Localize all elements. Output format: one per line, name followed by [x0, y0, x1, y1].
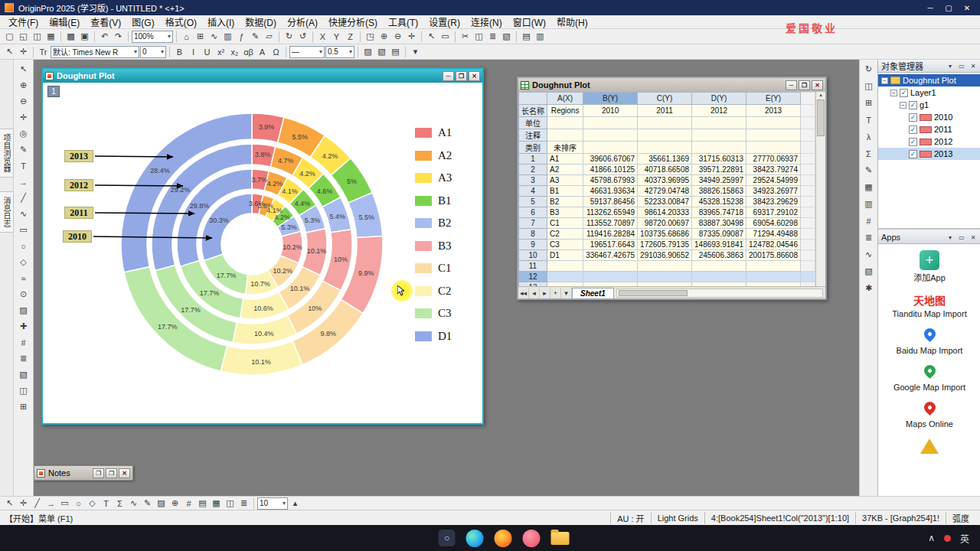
meta-cell[interactable] [746, 142, 801, 154]
curve-icon[interactable]: ∿ [127, 497, 140, 510]
select-region-icon[interactable]: ▭ [439, 31, 452, 43]
row-header-8[interactable]: 8 [519, 229, 547, 240]
app-baidu-map[interactable]: Baidu Map Import [878, 328, 980, 356]
wave-icon[interactable]: ∿ [862, 248, 876, 261]
pointer-icon[interactable]: ↖ [425, 31, 438, 43]
font-style-icon[interactable]: Tr [37, 46, 50, 58]
tree-node-2011[interactable]: ✓2011 [878, 123, 980, 135]
cell[interactable]: 38423.79274 [746, 165, 801, 175]
checkbox-checked-icon[interactable]: ✓ [909, 138, 917, 146]
new-workbook-icon[interactable]: ⊞ [194, 31, 207, 43]
gear-icon[interactable]: ✱ [862, 282, 876, 295]
filler-cell[interactable] [801, 240, 815, 250]
cell[interactable]: 34923.26977 [746, 186, 801, 197]
pencil-icon[interactable]: ✎ [862, 164, 876, 177]
tab-project-explorer[interactable]: 项目浏览器 [0, 129, 14, 178]
menu-item-6[interactable]: 数据(D) [240, 15, 282, 29]
meta-cell[interactable] [583, 142, 638, 154]
close-window-button[interactable]: ✕ [959, 2, 975, 14]
row-header-单位[interactable]: 单位 [519, 117, 547, 129]
graph-maximize-button[interactable]: ❒ [456, 71, 467, 81]
app-tianditu[interactable]: 天地图 Tianditu Map Import [878, 292, 980, 319]
meta-cell[interactable] [583, 129, 638, 142]
taskbar-start-icon[interactable] [411, 530, 428, 546]
refresh-icon[interactable]: ↻ [283, 31, 296, 43]
filler-cell[interactable] [801, 272, 815, 282]
cell[interactable]: 103735.68686 [638, 229, 692, 240]
cell[interactable]: 69054.60298 [746, 218, 801, 229]
om-pin-icon[interactable]: ▭ [957, 63, 966, 70]
rescale-icon[interactable]: ◳ [364, 31, 377, 43]
coordinates-icon[interactable]: # [17, 336, 31, 349]
open-icon[interactable]: ◱ [17, 31, 30, 43]
refresh-icon[interactable]: ↻ [862, 63, 876, 76]
row-header-长名称[interactable]: 长名称 [519, 105, 547, 117]
worksheet-titlebar[interactable]: Doughnut Plot ─ ❒ ✕ [518, 78, 825, 92]
cell[interactable]: 42729.04748 [638, 186, 692, 197]
new-matrix-icon[interactable]: ▥ [221, 31, 234, 43]
meta-cell[interactable]: Regions [547, 105, 583, 117]
matrix-icon[interactable]: ▥ [862, 197, 876, 210]
expander-icon[interactable]: − [881, 77, 888, 84]
cell[interactable] [583, 261, 638, 272]
table-icon[interactable]: ▦ [862, 181, 876, 194]
point-size-combo[interactable]: 10▾ [257, 497, 288, 510]
symbol-map-icon[interactable]: Ω [270, 46, 283, 58]
cell[interactable]: 83887.30498 [692, 218, 746, 229]
row-header-6[interactable]: 6 [519, 207, 547, 218]
row-header-类别[interactable]: 类别 [519, 142, 547, 154]
filler-cell[interactable] [801, 207, 815, 218]
group-icon[interactable]: ▤ [520, 31, 533, 43]
worksheet-close-button[interactable]: ✕ [812, 80, 823, 90]
sheet-prev-button[interactable]: ◂ [529, 288, 540, 298]
print-icon[interactable]: ▦ [44, 31, 57, 43]
cell[interactable] [746, 261, 801, 272]
arrow-icon[interactable]: → [44, 497, 57, 510]
cell[interactable]: 71294.49488 [746, 229, 801, 240]
graph-close-button[interactable]: ✕ [469, 71, 480, 81]
taskbar-firefox-icon[interactable] [495, 530, 512, 547]
column-header-D(Y)[interactable]: D(Y) [692, 93, 746, 105]
ellipse-icon[interactable]: ○ [72, 497, 85, 510]
worksheet-hscrollbar[interactable] [616, 289, 823, 298]
meta-cell[interactable]: 2010 [583, 105, 638, 117]
cell[interactable] [638, 261, 692, 272]
font-combo[interactable]: 默认: Times New R▾ [51, 46, 139, 58]
cell[interactable]: 45798.67993 [583, 175, 638, 186]
cell-A2[interactable]: A2 [547, 165, 583, 175]
meta-cell[interactable]: 2013 [746, 105, 801, 117]
graph-window[interactable]: Doughnut Plot ─ ❒ ✕ 1 3.6%3.8%4.1%4.2%5.… [41, 67, 484, 425]
year-label-2013[interactable]: 2013 [64, 150, 93, 162]
cell-A4[interactable]: B1 [547, 186, 583, 197]
layer-tool-icon[interactable]: ◫ [17, 384, 31, 397]
text-tool-icon[interactable]: T [17, 159, 31, 172]
row-header-7[interactable]: 7 [519, 218, 547, 229]
zoom-combo[interactable]: 100%▾ [132, 31, 173, 43]
zoom-out-icon[interactable]: ⊖ [391, 31, 404, 43]
save-icon[interactable]: ◫ [31, 31, 44, 43]
corner-cell[interactable] [519, 93, 547, 105]
color-scale-icon[interactable]: ▧ [500, 31, 513, 43]
redo-icon[interactable]: ↷ [112, 31, 125, 43]
cell[interactable]: 38826.15863 [692, 186, 746, 197]
polygon-tool-icon[interactable]: ◇ [17, 256, 31, 269]
row-header-注释[interactable]: 注释 [519, 129, 547, 142]
om-menu-icon[interactable]: ▾ [946, 63, 955, 70]
arrow-tool-icon[interactable]: → [17, 175, 31, 188]
cell[interactable] [746, 272, 801, 282]
curve-tool-icon[interactable]: ∿ [17, 207, 31, 220]
cell[interactable]: 124782.04546 [746, 240, 801, 250]
select-icon[interactable]: ↖ [3, 497, 16, 510]
taskbar-search-icon[interactable]: ○ [439, 530, 456, 546]
cell-A9[interactable]: C3 [547, 240, 583, 250]
list-icon[interactable]: ≣ [862, 231, 876, 244]
zoom-in-icon[interactable]: ⊕ [17, 79, 31, 92]
move-icon[interactable]: ✛ [17, 497, 30, 510]
graph-window-titlebar[interactable]: Doughnut Plot ─ ❒ ✕ [43, 69, 482, 83]
menu-item-8[interactable]: 快捷分析(S) [323, 15, 383, 29]
cell[interactable]: 119416.28284 [583, 229, 638, 240]
grid-icon[interactable]: # [182, 497, 195, 510]
taskbar-files-icon[interactable] [551, 532, 570, 545]
eraser-icon[interactable]: ▨ [155, 497, 168, 510]
meta-cell[interactable] [638, 117, 692, 129]
